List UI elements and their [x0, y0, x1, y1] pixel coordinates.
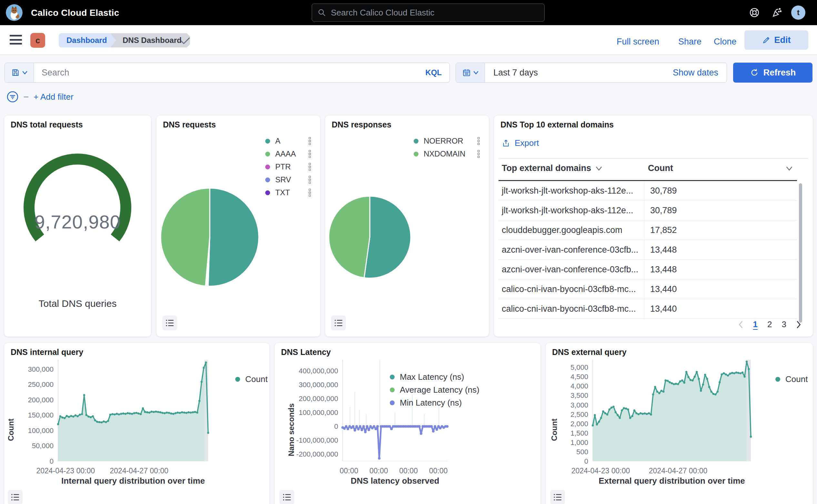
table-row[interactable]: clouddebugger.googleapis.com17,852 — [499, 220, 797, 240]
legend-item-average-latency[interactable]: Average Latency (ns) — [390, 383, 479, 396]
chevron-right-icon[interactable] — [796, 321, 801, 328]
calendar-button[interactable] — [456, 63, 485, 82]
legend-item-noerror[interactable]: NOERROR — [414, 135, 481, 147]
help-icon[interactable] — [748, 6, 761, 19]
svg-text:300,000,000: 300,000,000 — [299, 381, 338, 389]
space-badge[interactable]: c — [30, 33, 45, 48]
internal-legend: Count — [235, 373, 267, 386]
list-icon — [553, 493, 562, 501]
domain-cell: jlt-worksh-jlt-workshop-aks-112e... — [499, 181, 644, 200]
table-row[interactable]: jlt-worksh-jlt-workshop-aks-112e...30,78… — [499, 181, 797, 201]
svg-text:00:00: 00:00 — [340, 467, 358, 475]
legend-action-icon[interactable] — [308, 136, 312, 146]
y-axis-title: Count — [6, 418, 15, 441]
news-icon[interactable] — [771, 6, 783, 19]
table-row[interactable]: azcni-over-ivan-conference-03cfb...13,44… — [499, 240, 797, 260]
series-dot — [390, 375, 395, 379]
svg-text:2024-04-27 00:00: 2024-04-27 00:00 — [649, 467, 708, 475]
legend-item-a[interactable]: A — [265, 135, 312, 147]
table-row[interactable]: calico-cni-ivan-byocni-03cfb8-mc...13,44… — [499, 299, 797, 319]
legend-action-icon[interactable] — [476, 149, 481, 159]
edit-button[interactable]: Edit — [744, 30, 808, 50]
legend-action-icon[interactable] — [308, 175, 312, 185]
panel-legend-toggle-button[interactable] — [162, 316, 177, 330]
time-range-value[interactable]: Last 7 days — [485, 68, 673, 78]
series-dot — [390, 388, 395, 392]
table-row[interactable]: jlt-worksh-jlt-workshop-aks-112e...30,78… — [499, 201, 797, 220]
export-icon — [502, 139, 510, 147]
panel-legend-toggle-button[interactable] — [331, 316, 346, 330]
svg-text:2024-04-27 00:00: 2024-04-27 00:00 — [110, 467, 168, 475]
legend-item-min-latency[interactable]: Min Latency (ns) — [390, 396, 479, 409]
column-header-count[interactable]: Count — [648, 163, 792, 173]
global-search-input[interactable] — [330, 7, 539, 18]
legend-action-icon[interactable] — [308, 187, 312, 198]
svg-text:2,500: 2,500 — [570, 410, 588, 418]
legend-item-max-latency[interactable]: Max Latency (ns) — [390, 370, 479, 383]
page-2-button[interactable]: 2 — [767, 319, 772, 329]
legend-action-icon[interactable] — [476, 136, 481, 146]
svg-text:3,000: 3,000 — [570, 401, 588, 409]
domain-cell: jlt-worksh-jlt-workshop-aks-112e... — [499, 201, 644, 220]
legend-item-nxdomain[interactable]: NXDOMAIN — [414, 147, 481, 160]
table-row[interactable]: azcni-over-ivan-conference-03cfb...13,44… — [499, 260, 797, 279]
legend-item-aaaa[interactable]: AAAA — [265, 147, 312, 160]
svg-text:200,000: 200,000 — [28, 396, 54, 404]
show-dates-button[interactable]: Show dates — [673, 68, 727, 78]
saved-queries-button[interactable] — [5, 63, 34, 82]
filter-icon[interactable] — [6, 91, 19, 103]
page-1-button[interactable]: 1 — [753, 319, 758, 329]
check-icon[interactable] — [179, 36, 191, 45]
breadcrumb-dashboard[interactable]: Dashboard — [59, 33, 118, 47]
svg-text:2024-04-23 00:00: 2024-04-23 00:00 — [36, 467, 95, 475]
export-button[interactable]: Export — [502, 138, 539, 148]
save-icon — [11, 68, 20, 77]
panel-legend-toggle-button[interactable] — [8, 490, 23, 504]
dns-dashboard-page: Calico Cloud Elastic t c Dashboard DNS D… — [0, 0, 817, 504]
filter-divider — [24, 96, 28, 97]
chevron-down-icon — [596, 166, 602, 171]
clone-button[interactable]: Clone — [714, 37, 737, 47]
svg-text:200,000,000: 200,000,000 — [299, 395, 338, 403]
refresh-button[interactable]: Refresh — [733, 63, 812, 83]
legend-item-count[interactable]: Count — [775, 373, 808, 386]
user-avatar[interactable]: t — [791, 5, 805, 20]
legend-action-icon[interactable] — [308, 149, 312, 159]
full-screen-button[interactable]: Full screen — [617, 37, 659, 47]
gauge-caption: Total DNS queries — [4, 298, 151, 309]
panel-dns-responses: DNS responses NOERROR NXDOMAIN — [325, 116, 489, 337]
page-3-button[interactable]: 3 — [782, 319, 786, 329]
chevron-left-icon[interactable] — [738, 321, 743, 328]
svg-text:00:00: 00:00 — [369, 467, 388, 475]
table-pagination: 1 2 3 — [738, 319, 801, 329]
menu-icon[interactable] — [10, 35, 22, 45]
count-cell: 30,789 — [644, 206, 677, 216]
column-header-domains[interactable]: Top external domains — [502, 163, 602, 173]
legend-item-txt[interactable]: TXT — [265, 186, 312, 199]
count-cell: 13,440 — [644, 284, 677, 294]
table-row[interactable]: calico-cni-ivan-byocni-03cfb8-mc...13,44… — [499, 279, 797, 299]
kql-language-button[interactable]: KQL — [418, 68, 449, 77]
calico-logo-icon[interactable] — [6, 4, 23, 21]
legend-item-ptr[interactable]: PTR — [265, 160, 312, 173]
series-dot — [235, 377, 240, 382]
table-scrollbar[interactable] — [799, 183, 802, 323]
share-button[interactable]: Share — [678, 37, 701, 47]
legend-action-icon[interactable] — [308, 162, 312, 172]
series-dot — [414, 139, 419, 144]
panel-dns-requests: DNS requests A AAAA PTR SRV TXT — [156, 116, 320, 337]
chevron-down-icon — [22, 71, 27, 75]
series-dot — [390, 400, 395, 405]
filter-controls: + Add filter — [6, 90, 74, 104]
panel-legend-toggle-button[interactable] — [279, 490, 294, 504]
x-axis-title: Internal query distribution over time — [58, 476, 208, 486]
legend-item-srv[interactable]: SRV — [265, 173, 312, 186]
svg-text:0: 0 — [584, 457, 588, 465]
global-search-box[interactable] — [312, 4, 545, 22]
add-filter-button[interactable]: + Add filter — [34, 92, 74, 102]
kql-search-input[interactable] — [34, 68, 418, 78]
series-dot — [414, 152, 419, 156]
latency-legend: Max Latency (ns) Average Latency (ns) Mi… — [390, 370, 479, 409]
legend-item-count[interactable]: Count — [235, 373, 267, 386]
panel-legend-toggle-button[interactable] — [550, 490, 565, 504]
